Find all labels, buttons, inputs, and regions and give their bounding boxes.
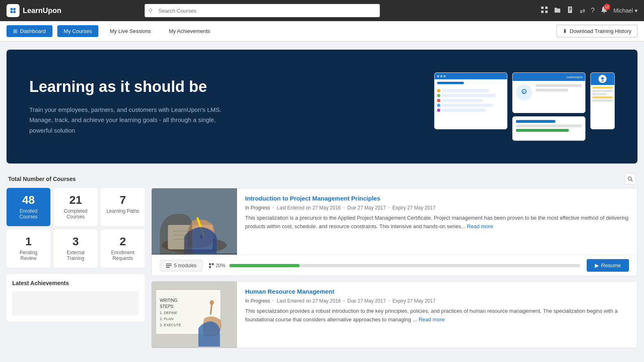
progress-bar-bg-1 xyxy=(229,264,580,267)
folder-icon[interactable] xyxy=(554,6,561,15)
logo-icon xyxy=(7,4,20,17)
external-training-card[interactable]: 3 External Training xyxy=(54,229,98,268)
dashboard-icon: ⊞ xyxy=(13,28,17,34)
course-meta-2: In Progress • Last Entered on 27 May 201… xyxy=(245,298,629,304)
progress-wrap-1: 20% xyxy=(209,263,580,268)
enrolled-count: 48 xyxy=(11,194,46,206)
grid-icon[interactable] xyxy=(541,6,548,15)
progress-label-1: 20% xyxy=(209,263,225,268)
course-title-1[interactable]: Introduction to Project Management Princ… xyxy=(245,195,629,202)
enrollment-count: 2 xyxy=(106,236,140,247)
svg-line-10 xyxy=(631,180,633,181)
app-name: LearnUpon xyxy=(23,7,61,15)
svg-rect-19 xyxy=(166,264,172,264)
hero-heading: Learning as it should be xyxy=(29,78,233,96)
svg-rect-2 xyxy=(545,7,548,9)
course-thumbnail-1 xyxy=(152,188,237,255)
search-icon: ⚲ xyxy=(148,7,152,14)
course-search-button[interactable] xyxy=(624,173,636,185)
svg-text:2. PLAN: 2. PLAN xyxy=(160,317,174,321)
my-courses-tab[interactable]: My Courses xyxy=(57,25,98,37)
pending-count: 1 xyxy=(11,236,46,247)
svg-text:1. DEFINE: 1. DEFINE xyxy=(160,311,177,315)
hero-banner: Learning as it should be Train your empl… xyxy=(7,50,637,164)
top-navigation: LearnUpon ⚲ xyxy=(0,0,644,21)
course-meta-1: In Progress • Last Entered on 27 May 201… xyxy=(245,205,629,211)
hero-subtext: Train your employees, partners, and cust… xyxy=(29,105,233,136)
svg-text:3. EXECUTE: 3. EXECUTE xyxy=(160,323,181,327)
svg-rect-24 xyxy=(209,266,211,268)
pending-review-card[interactable]: 1 Pending Review xyxy=(7,229,50,268)
document-icon[interactable] xyxy=(567,6,574,15)
user-menu[interactable]: Michael ▾ xyxy=(614,7,637,14)
achievements-section: Latest Achievements xyxy=(7,274,145,321)
achievement-placeholder xyxy=(12,291,139,316)
course-description-2: This specialization provides a robust in… xyxy=(245,307,629,324)
svg-rect-23 xyxy=(212,263,214,265)
resume-button-1[interactable]: ▶ Resume xyxy=(587,259,629,272)
help-icon[interactable]: ? xyxy=(591,7,594,15)
secondary-navigation: ⊞ Dashboard My Courses My Live Sessions … xyxy=(0,21,644,41)
achievements-tab[interactable]: My Achievements xyxy=(162,25,217,37)
svg-rect-3 xyxy=(541,11,544,13)
courses-list: Introduction to Project Management Princ… xyxy=(151,188,637,353)
live-sessions-tab[interactable]: My Live Sessions xyxy=(103,25,157,37)
download-training-button[interactable]: ⬇ Download Training History xyxy=(557,25,637,37)
read-more-1[interactable]: Read more xyxy=(467,223,493,229)
svg-point-0 xyxy=(13,11,16,13)
hero-image: LearnUpon xyxy=(434,72,615,141)
completed-count: 21 xyxy=(59,194,93,206)
completed-courses-card[interactable]: 21 Completed Courses xyxy=(54,188,98,226)
download-icon: ⬇ xyxy=(563,28,567,34)
course-card-inner-2: WRITING STEPS: 1. DEFINE 2. PLAN 3. EXEC… xyxy=(152,281,637,348)
main-content: 48 Enrolled Courses 21 Completed Courses… xyxy=(0,188,644,361)
course-card-inner: Introduction to Project Management Princ… xyxy=(152,188,637,255)
mockup-screen-3 xyxy=(512,116,585,141)
dashboard-button[interactable]: ⊞ Dashboard xyxy=(7,25,52,37)
hero-text: Learning as it should be Train your empl… xyxy=(29,78,233,135)
learning-paths-card[interactable]: 7 Learning Paths xyxy=(101,188,145,226)
svg-point-32 xyxy=(210,300,214,305)
svg-rect-20 xyxy=(166,265,172,266)
course-description-1: This specialization is a precursor to th… xyxy=(245,214,629,231)
play-icon: ▶ xyxy=(595,262,599,268)
read-more-2[interactable]: Read more xyxy=(418,316,444,323)
svg-text:STEPS:: STEPS: xyxy=(160,304,174,309)
search-input[interactable] xyxy=(144,4,380,17)
mockup-screen-2: LearnUpon xyxy=(512,72,585,113)
stats-grid-1: 48 Enrolled Courses 21 Completed Courses… xyxy=(7,188,145,226)
nav-icons: ⇄ ? 12 Michael ▾ xyxy=(541,6,637,15)
logo[interactable]: LearnUpon xyxy=(7,4,61,17)
svg-rect-5 xyxy=(568,7,572,13)
notification-icon[interactable]: 12 xyxy=(600,6,608,15)
mockup-screen-4 xyxy=(590,72,615,129)
modules-badge-1: 5 modules xyxy=(160,260,202,271)
progress-bar-fill-1 xyxy=(229,264,299,267)
course-card: Introduction to Project Management Princ… xyxy=(151,188,637,276)
external-count: 3 xyxy=(59,236,93,247)
course-thumbnail-2: WRITING STEPS: 1. DEFINE 2. PLAN 3. EXEC… xyxy=(152,281,237,348)
mockup-screen-1 xyxy=(434,72,507,129)
svg-text:WRITING: WRITING xyxy=(160,298,178,303)
enrollment-requests-card[interactable]: 2 Enrollment Requests xyxy=(101,229,145,268)
shuffle-icon[interactable]: ⇄ xyxy=(580,7,585,15)
svg-rect-1 xyxy=(541,7,544,9)
course-info-1: Introduction to Project Management Princ… xyxy=(237,188,637,255)
hero-section: Learning as it should be Train your empl… xyxy=(0,41,644,172)
course-footer-1: 5 modules 20% ▶ xyxy=(152,255,637,276)
course-title-2[interactable]: Human Resource Management xyxy=(245,288,629,295)
svg-rect-22 xyxy=(209,263,211,265)
svg-rect-21 xyxy=(166,267,170,268)
left-sidebar: 48 Enrolled Courses 21 Completed Courses… xyxy=(7,188,145,321)
course-info-2: Human Resource Management In Progress • … xyxy=(237,281,637,348)
chevron-down-icon: ▾ xyxy=(635,7,637,14)
course-card-2: WRITING STEPS: 1. DEFINE 2. PLAN 3. EXEC… xyxy=(151,281,637,348)
stats-section-title: Total Number of Courses xyxy=(8,176,76,182)
achievements-title: Latest Achievements xyxy=(12,280,139,286)
svg-point-9 xyxy=(628,177,631,180)
learning-paths-count: 7 xyxy=(106,194,140,206)
search-container: ⚲ xyxy=(144,4,380,17)
stats-grid-2: 1 Pending Review 3 External Training 2 E… xyxy=(7,229,145,268)
enrolled-courses-card[interactable]: 48 Enrolled Courses xyxy=(7,188,50,226)
notification-count: 12 xyxy=(604,4,610,10)
